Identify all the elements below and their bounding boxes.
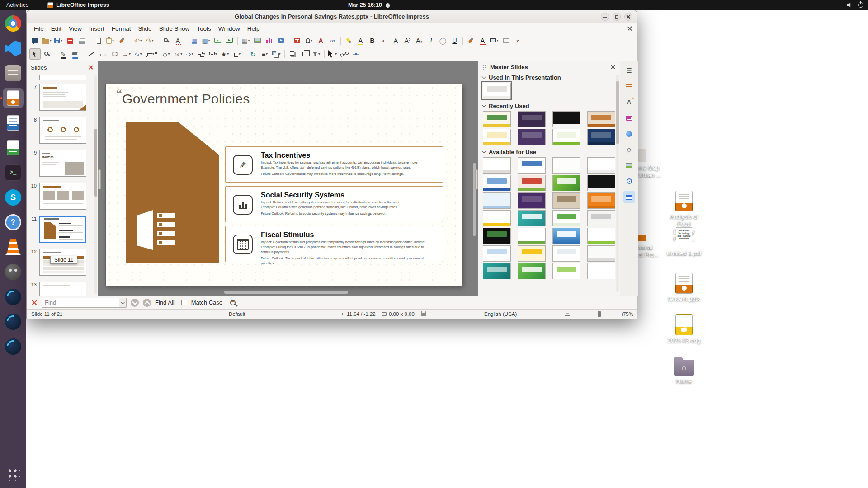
dock-app-dark-1[interactable] — [3, 286, 24, 307]
master-slide-thumbnail[interactable] — [552, 192, 580, 209]
master-slide-thumbnail[interactable] — [552, 210, 580, 226]
zoom-pan[interactable] — [41, 48, 52, 60]
ellipse[interactable] — [109, 48, 120, 60]
desktop-file-untitled-pdf[interactable]: Blockchain Technology and Financial Inno… — [665, 227, 703, 257]
menu-item[interactable]: Help — [244, 24, 264, 33]
basic-shapes[interactable]: ◇ — [160, 48, 172, 60]
slide-thumb-7[interactable]: 7 — [27, 84, 98, 111]
shadow[interactable]: ◐ — [378, 35, 390, 46]
language-status[interactable]: English (USA) — [484, 310, 517, 319]
connectors[interactable] — [144, 48, 156, 60]
underline[interactable]: U — [449, 35, 460, 46]
start-from-current-slide[interactable] — [224, 35, 235, 46]
select[interactable] — [29, 48, 41, 60]
master-slide-thumbnail[interactable] — [518, 175, 546, 191]
insert-shape[interactable] — [489, 35, 500, 46]
master-slide-thumbnail[interactable] — [483, 210, 511, 226]
slide-editing-area[interactable]: “ Government Policies — [106, 84, 462, 286]
master-slide-thumbnail[interactable] — [483, 245, 511, 262]
slide-thumb-11[interactable]: 11 — [27, 216, 98, 243]
slide-thumbnail[interactable] — [39, 183, 86, 210]
master-slide-thumbnail[interactable] — [587, 210, 615, 226]
slide-thumbnail[interactable] — [39, 216, 86, 243]
3d-objects[interactable] — [231, 48, 242, 60]
master-slide-thumbnail[interactable] — [552, 157, 580, 174]
curves-and-polygons[interactable]: ∿ — [132, 48, 144, 60]
frame-style[interactable] — [500, 35, 512, 46]
master-slide-thumbnail[interactable] — [552, 111, 580, 127]
master-slide-thumbnail[interactable] — [587, 175, 615, 191]
menu-item[interactable]: Insert — [85, 24, 108, 33]
slides-panel-close-icon[interactable] — [88, 65, 94, 70]
slide-thumb-13[interactable]: 13 — [27, 282, 98, 296]
dock-files[interactable] — [3, 63, 24, 84]
close-button[interactable] — [624, 13, 632, 21]
find-and-replace-icon[interactable] — [230, 300, 236, 305]
flowchart[interactable] — [196, 48, 207, 60]
symbol-shapes[interactable]: ☺ — [172, 48, 184, 60]
fontwork[interactable]: A — [315, 35, 326, 46]
subscript[interactable]: A₂ — [414, 35, 425, 46]
desktop-file-tencent[interactable]: tencent.pptx — [665, 273, 703, 303]
power-icon[interactable] — [858, 2, 863, 8]
dock-impress[interactable] — [3, 88, 24, 108]
desktop-home[interactable]: Home — [667, 356, 701, 385]
match-case-checkbox[interactable] — [181, 300, 187, 305]
section-recent[interactable]: Recently Used — [478, 101, 620, 111]
points[interactable] — [339, 48, 350, 60]
insert-image[interactable] — [252, 35, 263, 46]
master-slide-thumbnail[interactable] — [587, 157, 615, 174]
content-card[interactable]: Social Security Systems Impact: Robust s… — [225, 186, 443, 222]
block-arrows[interactable]: ⇨ — [184, 48, 195, 60]
master-slide-thumbnail[interactable] — [518, 263, 546, 279]
styles-deck[interactable]: A — [623, 96, 635, 108]
spelling[interactable]: A — [172, 35, 184, 46]
font-color[interactable]: A — [477, 35, 488, 46]
dock-chrome[interactable] — [3, 13, 24, 34]
activities-button[interactable]: Activities — [6, 2, 28, 8]
master-slide-thumbnail[interactable] — [552, 175, 580, 191]
master-slide-thumbnail[interactable] — [483, 228, 511, 244]
line-color[interactable]: ✎ — [57, 48, 69, 60]
content-card[interactable]: Fiscal Stimulus Impact: Government stimu… — [225, 226, 443, 262]
dock-terminal[interactable]: >_ — [3, 162, 24, 183]
maximize-button[interactable] — [613, 13, 621, 21]
image-deck[interactable] — [623, 160, 635, 171]
dock-app-dark-3[interactable] — [3, 336, 24, 357]
start-from-first-slide[interactable] — [212, 35, 223, 46]
master-slide-thumbnail[interactable] — [552, 245, 580, 262]
master-slide-thumbnail[interactable] — [518, 129, 546, 145]
find-next-button[interactable] — [131, 299, 139, 307]
topbar-app-indicator[interactable]: LibreOffice Impress — [47, 2, 109, 8]
slide-thumbnail-partial[interactable] — [39, 75, 86, 80]
menu-item[interactable]: Tools — [193, 24, 215, 33]
redo[interactable]: ↷ — [144, 35, 156, 46]
lines-and-arrows[interactable]: → — [121, 48, 132, 60]
strikethrough[interactable]: A — [390, 35, 401, 46]
fit-slide-icon[interactable] — [565, 312, 570, 316]
toolbar-overflow[interactable]: » — [512, 35, 524, 46]
rectangle[interactable]: ▭ — [97, 48, 108, 60]
close-document-icon[interactable] — [627, 25, 633, 32]
panel-close-icon[interactable] — [610, 64, 616, 70]
master-slide-thumbnail[interactable] — [518, 228, 546, 244]
dock-calc[interactable] — [3, 137, 24, 158]
master-slide-thumbnail[interactable] — [552, 129, 580, 145]
find-input[interactable] — [42, 298, 119, 308]
properties-deck[interactable] — [623, 80, 635, 92]
slides-scrollbar[interactable] — [94, 75, 97, 294]
slide-thumbnail[interactable] — [39, 84, 86, 111]
titlebar[interactable]: Global Changes in Personal Savings Rates… — [27, 10, 637, 23]
display-views[interactable]: ▥ — [200, 35, 212, 46]
master-slides-deck[interactable] — [623, 191, 635, 203]
unsaved-changes-icon[interactable] — [421, 311, 426, 316]
menu-item[interactable]: Slide Show — [156, 24, 193, 33]
dock-writer[interactable] — [3, 113, 24, 133]
master-slide-thumbnail[interactable] — [518, 111, 546, 127]
superscript[interactable]: A² — [402, 35, 413, 46]
align-objects[interactable]: ≡ — [259, 48, 270, 60]
slide-thumbnail[interactable] — [39, 282, 86, 296]
fill-color[interactable] — [69, 48, 80, 60]
dock-help[interactable]: ? — [3, 212, 24, 233]
section-available[interactable]: Available for Use — [478, 147, 620, 157]
